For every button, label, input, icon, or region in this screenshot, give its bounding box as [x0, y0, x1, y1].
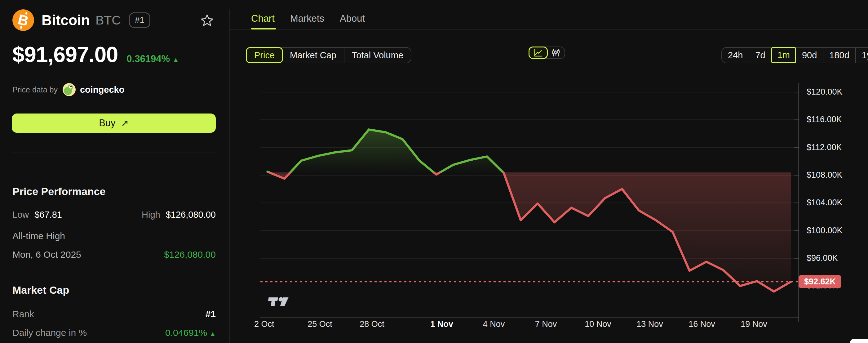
y-axis-label: $108.00K — [807, 170, 843, 180]
bitcoin-price-page: { "colors": { "accent_lime": "#CDF553", … — [0, 0, 868, 343]
current-price-badge: $92.62K — [799, 275, 841, 288]
x-axis-label: 16 Nov — [688, 319, 715, 329]
x-axis-label: 19 Nov — [741, 319, 767, 329]
y-axis-label: $100.00K — [807, 226, 843, 236]
x-axis-label: 28 Oct — [360, 319, 384, 329]
y-axis-label: $116.00K — [807, 115, 842, 124]
y-axis-label: $96.00K — [807, 253, 838, 263]
x-axis-label: 10 Nov — [585, 319, 611, 329]
x-axis-label: 25 Oct — [308, 319, 332, 329]
y-axis-label: $104.00K — [807, 198, 843, 208]
y-axis-label: $112.00K — [807, 143, 842, 152]
x-axis-label: 7 Nov — [535, 319, 557, 329]
corner-widget[interactable] — [850, 339, 868, 343]
x-axis-label: 4 Nov — [483, 319, 505, 329]
chart-svg — [0, 0, 868, 343]
x-axis-label: 1 Nov — [430, 319, 453, 329]
x-axis-label: 13 Nov — [637, 319, 663, 329]
y-axis-label: $120.00K — [807, 87, 843, 97]
x-axis-label: 2 Oct — [254, 319, 274, 329]
tradingview-logo-icon[interactable] — [266, 294, 289, 311]
